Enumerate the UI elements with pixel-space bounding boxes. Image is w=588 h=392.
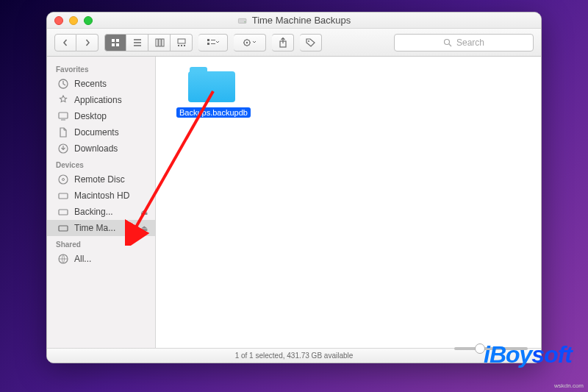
app-icon (57, 94, 69, 106)
sidebar: Favorites Recents Applications Desktop D… (47, 57, 156, 348)
action-button[interactable] (234, 34, 266, 51)
column-view-button[interactable] (148, 34, 171, 51)
svg-rect-21 (59, 113, 68, 118)
svg-point-24 (62, 179, 65, 181)
clock-icon (57, 78, 69, 90)
content-area[interactable]: Backups.backupdb (156, 57, 541, 348)
svg-point-19 (444, 39, 449, 44)
sidebar-heading-devices: Devices (47, 157, 155, 171)
sidebar-item-label: Applications (74, 95, 122, 105)
svg-rect-11 (181, 45, 182, 46)
status-text: 1 of 1 selected, 431.73 GB available (235, 352, 354, 360)
svg-rect-12 (184, 45, 185, 46)
doc-icon (57, 126, 69, 138)
watermark-logo: iBoysoft (484, 341, 572, 368)
group-button[interactable] (198, 34, 228, 51)
sidebar-item-label: All... (74, 254, 91, 264)
share-button-group (272, 34, 294, 51)
svg-rect-6 (156, 39, 158, 46)
svg-rect-26 (59, 210, 68, 215)
desktop-icon (57, 110, 69, 122)
svg-rect-10 (178, 45, 179, 46)
sidebar-item-label: Recents (74, 79, 107, 89)
icon-view-button[interactable] (104, 34, 126, 51)
search-placeholder: Search (456, 38, 484, 48)
toolbar: Search (47, 29, 541, 57)
sidebar-item-label: Documents (74, 127, 119, 138)
forward-button[interactable] (76, 34, 98, 51)
list-view-button[interactable] (126, 34, 148, 51)
svg-rect-0 (238, 18, 246, 23)
window-title: Time Machine Backups (237, 15, 351, 26)
sidebar-item-remote-disc[interactable]: Remote Disc (47, 171, 155, 188)
globe-icon (57, 253, 69, 265)
drive-icon (57, 190, 69, 202)
sidebar-item-macintosh-hd[interactable]: Macintosh HD (47, 188, 155, 204)
gallery-view-button[interactable] (171, 34, 193, 51)
svg-rect-3 (116, 39, 119, 42)
sidebar-item-documents[interactable]: Documents (47, 124, 155, 140)
sidebar-item-label: Downloads (74, 143, 118, 154)
drive-icon (237, 15, 248, 26)
sidebar-item-label: Remote Disc (74, 174, 125, 185)
sidebar-item-label: Backing... (74, 207, 113, 217)
tags-button[interactable] (300, 34, 322, 51)
folder-icon (188, 64, 235, 102)
svg-rect-7 (159, 39, 161, 46)
back-button[interactable] (54, 34, 76, 51)
svg-rect-9 (178, 39, 185, 43)
sidebar-item-downloads[interactable]: Downloads (47, 140, 155, 157)
sidebar-heading-shared: Shared (47, 236, 155, 251)
sidebar-item-all[interactable]: All... (47, 251, 155, 267)
credit-text: wskdn.com (554, 382, 584, 389)
tags-button-group (300, 34, 322, 51)
sidebar-item-applications[interactable]: Applications (47, 92, 155, 108)
search-icon (443, 38, 452, 47)
action-button-group (234, 34, 266, 51)
search-field[interactable]: Search (394, 34, 534, 51)
nav-buttons (54, 34, 98, 51)
share-button[interactable] (272, 34, 294, 51)
sidebar-item-desktop[interactable]: Desktop (47, 108, 155, 124)
close-button[interactable] (54, 16, 63, 25)
svg-rect-5 (116, 43, 119, 46)
traffic-lights (54, 16, 93, 25)
svg-rect-25 (59, 193, 68, 199)
drive-icon (57, 206, 69, 218)
svg-rect-14 (207, 43, 209, 45)
sidebar-item-label: Desktop (74, 111, 107, 121)
sidebar-item-backing[interactable]: Backing...⏏ (47, 204, 155, 220)
view-buttons (104, 34, 193, 51)
svg-rect-4 (112, 43, 115, 46)
sidebar-heading-favorites: Favorites (47, 61, 155, 76)
window-title-text: Time Machine Backups (252, 15, 351, 26)
folder-item[interactable]: Backups.backupdb (176, 64, 247, 118)
svg-point-18 (308, 40, 309, 42)
sidebar-item-time-machine[interactable]: Time Ma...⏏ (47, 220, 155, 236)
eject-icon[interactable]: ⏏ (140, 207, 148, 217)
folder-label: Backups.backupdb (176, 107, 251, 118)
sidebar-item-recents[interactable]: Recents (47, 76, 155, 92)
svg-rect-2 (112, 39, 115, 42)
svg-point-23 (59, 175, 68, 184)
drive-icon (57, 222, 69, 234)
status-bar: 1 of 1 selected, 431.73 GB available (47, 348, 541, 363)
svg-rect-13 (207, 39, 209, 41)
svg-rect-8 (162, 39, 164, 46)
titlebar[interactable]: Time Machine Backups (47, 13, 541, 29)
download-icon (57, 143, 69, 154)
minimize-button[interactable] (69, 16, 78, 25)
svg-point-16 (245, 41, 247, 43)
finder-window: Time Machine Backups Search (46, 12, 542, 363)
group-button-group (198, 34, 228, 51)
zoom-button[interactable] (84, 16, 93, 25)
svg-rect-27 (59, 226, 68, 231)
svg-point-1 (244, 21, 245, 22)
sidebar-item-label: Time Ma... (74, 223, 115, 233)
disc-icon (57, 174, 69, 185)
eject-icon[interactable]: ⏏ (140, 224, 148, 233)
sidebar-item-label: Macintosh HD (74, 190, 129, 201)
